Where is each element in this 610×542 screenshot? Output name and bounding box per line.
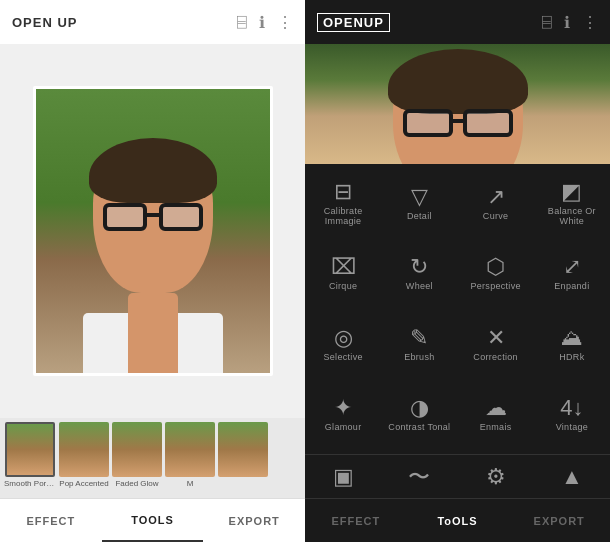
left-info-icon[interactable]: ℹ (259, 13, 265, 32)
left-tab-tools[interactable]: TOOLS (102, 499, 204, 542)
detail-icon: ▽ (411, 186, 428, 208)
left-bottom-nav: EFFECT TOOLS EXPORT (0, 498, 305, 542)
right-photo-area (305, 44, 610, 164)
wheel-icon: ↻ (410, 256, 428, 278)
right-layers-icon[interactable]: ⌸ (542, 13, 552, 31)
vintage-icon: 4↓ (560, 397, 583, 419)
curve-icon: ↗ (487, 186, 505, 208)
right-photo-crop (305, 44, 610, 164)
thumbnail-item[interactable]: M (165, 422, 215, 488)
right-face-glasses (398, 109, 518, 139)
tool-frame[interactable]: ▣ (305, 455, 381, 498)
thumbnail-item[interactable]: Faded Glow (112, 422, 162, 488)
left-tab-effect[interactable]: EFFECT (0, 499, 102, 542)
contrast-icon: ◑ (410, 397, 429, 419)
tool-calibrate-label: Calibrate Immagie (307, 206, 379, 226)
thumbnail-image (165, 422, 215, 477)
thumbnail-item[interactable] (218, 422, 268, 479)
face-head (93, 143, 213, 293)
thumbnail-label: Smooth Portrait (4, 479, 56, 488)
right-face-head (393, 54, 523, 164)
frame-icon: ▣ (333, 466, 354, 488)
tool-enmais-label: Enmais (480, 422, 512, 432)
tool-vintage[interactable]: 4↓ Vintage (534, 380, 610, 451)
left-header-icons: ⌸ ℹ ⋮ (237, 13, 293, 32)
glasses-right (159, 203, 203, 231)
tool-correction-label: Correction (473, 352, 518, 362)
right-tab-tools[interactable]: ToOLS (407, 499, 509, 542)
right-header-icons: ⌸ ℹ ⋮ (542, 13, 598, 32)
enmais-icon: ☁ (485, 397, 507, 419)
thumb-face (59, 422, 109, 477)
tool-wheel-label: Wheel (406, 281, 433, 291)
thumb-face (7, 424, 53, 475)
tool-contrast[interactable]: ◑ Contrast Tonal (381, 380, 457, 451)
mask-icon: ⚙ (486, 466, 506, 488)
thumb-face (218, 422, 268, 477)
tool-landscape[interactable]: ▲ (534, 455, 610, 498)
landscape-icon: ▲ (561, 466, 583, 488)
face-hair (89, 138, 217, 203)
tool-selective-label: Selective (324, 352, 363, 362)
right-tab-effect[interactable]: EFFECT (305, 499, 407, 542)
perspective-icon: ⬡ (486, 256, 505, 278)
tool-hdr[interactable]: ⛰ HDRk (534, 309, 610, 380)
tool-perspective[interactable]: ⬡ Perspective (458, 239, 534, 310)
tool-mustache[interactable]: 〜 (381, 455, 457, 498)
calibrate-icon: ⊟ (334, 181, 352, 203)
glasses-left (103, 203, 147, 231)
tool-hdr-label: HDRk (559, 352, 584, 362)
right-face-partial (378, 54, 538, 164)
tool-crop-label: Cirque (329, 281, 357, 291)
tool-curve[interactable]: ↗ Curve (458, 168, 534, 239)
tool-vintage-label: Vintage (556, 422, 588, 432)
expand-icon: ⤢ (563, 256, 581, 278)
tool-correction[interactable]: ✕ Correction (458, 309, 534, 380)
tool-perspective-label: Perspective (470, 281, 520, 291)
right-extra-tools-row: ▣ 〜 ⚙ ▲ (305, 454, 610, 498)
tool-balance-label: Balance Or White (536, 206, 608, 226)
thumbnail-label: M (187, 479, 194, 488)
glamour-icon: ✦ (334, 397, 352, 419)
tool-calibrate[interactable]: ⊟ Calibrate Immagie (305, 168, 381, 239)
portrait-face (73, 143, 233, 373)
thumbnail-item[interactable]: Smooth Portrait (4, 422, 56, 488)
right-glasses-right (463, 109, 513, 137)
tools-grid: ⊟ Calibrate Immagie ▽ Detail ↗ Curve ◩ B… (305, 164, 610, 454)
right-glasses-left (403, 109, 453, 137)
mustache-icon: 〜 (408, 466, 430, 488)
portrait-background (36, 89, 270, 373)
tool-detail[interactable]: ▽ Detail (381, 168, 457, 239)
left-app-title: OPEN UP (12, 15, 78, 30)
thumbnail-item[interactable]: Pop Accented (59, 422, 109, 488)
left-more-icon[interactable]: ⋮ (277, 13, 293, 32)
thumbnail-strip: Smooth Portrait Pop Accented Faded Glow … (0, 418, 305, 498)
brush-icon: ✎ (410, 327, 428, 349)
right-tab-export[interactable]: EXPORT (508, 499, 610, 542)
tool-glamour[interactable]: ✦ Glamour (305, 380, 381, 451)
thumbnail-label: Faded Glow (115, 479, 158, 488)
tool-enmais[interactable]: ☁ Enmais (458, 380, 534, 451)
tool-brush[interactable]: ✎ Ebrush (381, 309, 457, 380)
thumb-face (165, 422, 215, 477)
tool-selective[interactable]: ◎ Selective (305, 309, 381, 380)
thumbnail-image (112, 422, 162, 477)
tool-detail-label: Detail (407, 211, 432, 221)
left-tab-export[interactable]: EXPORT (203, 499, 305, 542)
right-info-icon[interactable]: ℹ (564, 13, 570, 32)
thumb-face (112, 422, 162, 477)
tool-crop[interactable]: ⌧ Cirque (305, 239, 381, 310)
tool-mask[interactable]: ⚙ (458, 455, 534, 498)
right-more-icon[interactable]: ⋮ (582, 13, 598, 32)
left-layers-icon[interactable]: ⌸ (237, 13, 247, 31)
right-bottom-nav: EFFECT ToOLS EXPORT (305, 498, 610, 542)
tool-balance[interactable]: ◩ Balance Or White (534, 168, 610, 239)
tool-expand[interactable]: ⤢ Enpandi (534, 239, 610, 310)
main-photo (33, 86, 273, 376)
thumbnail-image (5, 422, 55, 477)
thumbnail-image (218, 422, 268, 477)
right-app-title: OPENUP (317, 13, 390, 32)
tool-wheel[interactable]: ↻ Wheel (381, 239, 457, 310)
thumbnail-label: Pop Accented (59, 479, 108, 488)
crop-icon: ⌧ (331, 256, 356, 278)
